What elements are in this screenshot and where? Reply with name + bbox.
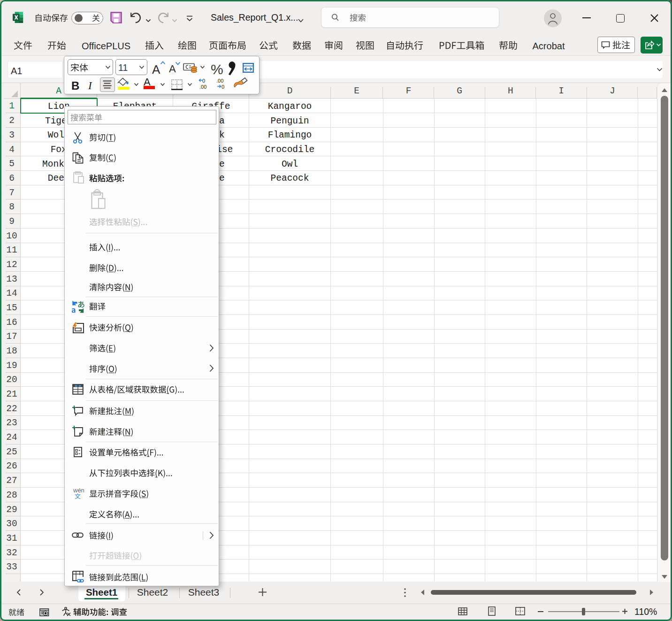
svg-text:0: 0 <box>202 78 205 84</box>
svg-text:0: 0 <box>221 84 224 90</box>
svg-text:.00: .00 <box>199 84 206 90</box>
svg-text:.00: .00 <box>216 78 223 84</box>
